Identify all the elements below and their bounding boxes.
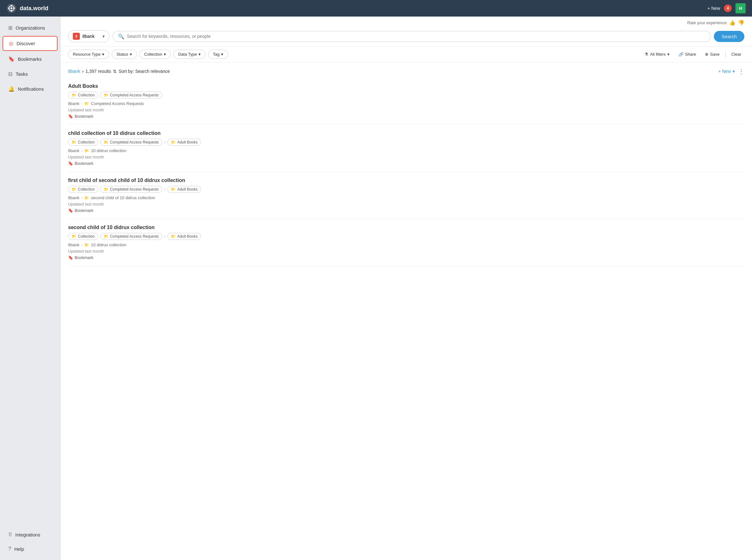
result-item: first child of second child of 10 didrux… bbox=[68, 172, 744, 219]
share-button[interactable]: 🔗 Share bbox=[675, 50, 699, 59]
breadcrumb-separator: › bbox=[82, 69, 84, 74]
sidebar-item-label: Tasks bbox=[16, 71, 28, 77]
meta-collection: second child of 10 didrux collection bbox=[91, 195, 155, 200]
sidebar-item-organizations[interactable]: ⊞ Organizations bbox=[3, 21, 58, 35]
meta-org: 8bank bbox=[68, 101, 79, 106]
sort-button[interactable]: ⇅ Sort by: Search relevance bbox=[113, 69, 170, 74]
meta-dot: · bbox=[81, 148, 82, 153]
result-meta: 8bank · 📁 second child of 10 didrux coll… bbox=[68, 195, 744, 200]
tag-label: Completed Access Requests bbox=[110, 234, 159, 239]
tag-adult-books: 📁 Adult Books bbox=[167, 233, 201, 240]
sidebar-item-integrations[interactable]: ⠿ Integrations bbox=[3, 528, 58, 542]
sidebar-item-discover[interactable]: ◎ Discover bbox=[3, 36, 58, 51]
results-list: Adult Books 📁 Collection 📁 Completed Acc… bbox=[60, 78, 752, 266]
folder-icon: 📁 bbox=[171, 187, 176, 192]
filter-status[interactable]: Status ▾ bbox=[111, 49, 137, 59]
bookmark-button[interactable]: 🔖 Bookmark bbox=[68, 114, 94, 119]
sidebar-item-label: Organizations bbox=[16, 25, 45, 31]
sort-icon: ⇅ bbox=[113, 69, 117, 74]
tag-collection: 📁 Collection bbox=[68, 92, 98, 99]
tag-collection: 📁 Collection bbox=[68, 186, 98, 193]
share-icon: 🔗 bbox=[678, 52, 684, 57]
search-area: 8 8bank ▾ 🔍 Search bbox=[60, 28, 752, 46]
all-filters-label: All filters bbox=[650, 52, 666, 57]
save-button[interactable]: ⊕ Save bbox=[702, 50, 723, 59]
folder-icon: 📁 bbox=[72, 93, 76, 97]
search-input[interactable] bbox=[127, 34, 705, 39]
sidebar-item-bookmarks[interactable]: 🔖 Bookmarks bbox=[3, 52, 58, 66]
more-options-button[interactable]: ⋮ bbox=[738, 67, 744, 75]
filter-status-chevron: ▾ bbox=[130, 52, 132, 57]
result-item: child collection of 10 didrux collection… bbox=[68, 125, 744, 172]
sidebar-item-tasks[interactable]: ⊟ Tasks bbox=[3, 67, 58, 81]
tag-completed-access: 📁 Completed Access Requests bbox=[100, 92, 162, 99]
filter-divider bbox=[725, 51, 726, 58]
folder-icon: 📁 bbox=[84, 196, 89, 200]
filter-resource-type-chevron: ▾ bbox=[102, 52, 104, 57]
all-filters-button[interactable]: ⚗ All filters ▾ bbox=[641, 50, 672, 59]
svg-point-6 bbox=[13, 8, 15, 9]
folder-icon: 📁 bbox=[84, 101, 89, 106]
org-breadcrumb-link[interactable]: 8bank bbox=[68, 69, 80, 74]
sidebar-item-help[interactable]: ? Help bbox=[3, 542, 58, 556]
result-title: Adult Books bbox=[68, 83, 744, 89]
filter-collection-label: Collection bbox=[144, 52, 162, 57]
folder-icon: 📁 bbox=[84, 243, 89, 247]
result-meta: 8bank · 📁 10 didrux collection bbox=[68, 242, 744, 247]
result-updated: Updated last month bbox=[68, 202, 744, 206]
filters-bar: Resource Type ▾ Status ▾ Collection ▾ Da… bbox=[60, 46, 752, 62]
tag-label: Adult Books bbox=[177, 140, 198, 144]
all-filters-chevron: ▾ bbox=[667, 52, 670, 57]
folder-icon: 📁 bbox=[72, 187, 76, 192]
folder-icon: 📁 bbox=[171, 140, 176, 144]
meta-collection: 10 didrux collection bbox=[91, 148, 126, 153]
sidebar-item-notifications[interactable]: 🔔 Notifications bbox=[3, 82, 58, 96]
tag-adult-books: 📁 Adult Books bbox=[167, 186, 201, 193]
bookmark-button[interactable]: 🔖 Bookmark bbox=[68, 161, 94, 166]
result-item: Adult Books 📁 Collection 📁 Completed Acc… bbox=[68, 78, 744, 125]
svg-point-2 bbox=[11, 7, 13, 9]
org-selector[interactable]: 8 8bank ▾ bbox=[68, 30, 109, 42]
filter-data-type[interactable]: Data Type ▾ bbox=[174, 49, 205, 59]
bookmark-button[interactable]: 🔖 Bookmark bbox=[68, 208, 94, 213]
tag-collection: 📁 Collection bbox=[68, 139, 98, 146]
thumbs-up-button[interactable]: 👍 bbox=[729, 20, 735, 26]
folder-icon: 📁 bbox=[104, 93, 108, 97]
result-updated: Updated last month bbox=[68, 155, 744, 159]
clear-button[interactable]: Clear bbox=[728, 50, 744, 59]
folder-icon: 📁 bbox=[171, 234, 176, 239]
sidebar: ⊞ Organizations ◎ Discover 🔖 Bookmarks ⊟… bbox=[0, 17, 60, 560]
filter-collection-chevron: ▾ bbox=[164, 52, 166, 57]
search-button[interactable]: Search bbox=[714, 31, 744, 42]
rate-label: Rate your experience bbox=[687, 20, 727, 25]
tag-label: Collection bbox=[78, 187, 95, 192]
main-content: Rate your experience 👍 👎 8 8bank ▾ 🔍 Sea… bbox=[60, 17, 752, 560]
organizations-icon: ⊞ bbox=[8, 25, 13, 31]
folder-icon: 📁 bbox=[84, 148, 89, 153]
filter-collection[interactable]: Collection ▾ bbox=[139, 49, 171, 59]
thumbs-down-button[interactable]: 👎 bbox=[738, 20, 744, 26]
user-avatar[interactable]: H bbox=[735, 3, 746, 13]
tag-adult-books: 📁 Adult Books bbox=[167, 139, 201, 146]
filter-resource-type[interactable]: Resource Type ▾ bbox=[68, 49, 109, 59]
filter-tag-chevron: ▾ bbox=[221, 52, 223, 57]
new-result-button[interactable]: + New ▾ bbox=[718, 69, 735, 74]
result-tags: 📁 Collection 📁 Completed Access Requests… bbox=[68, 186, 744, 193]
new-result-chevron: ▾ bbox=[733, 69, 735, 74]
filter-tag[interactable]: Tag ▾ bbox=[208, 49, 228, 59]
result-meta: 8bank · 📁 10 didrux collection bbox=[68, 148, 744, 153]
tag-label: Completed Access Requests bbox=[110, 187, 159, 192]
notification-badge[interactable]: 4 bbox=[724, 4, 732, 12]
bookmarks-icon: 🔖 bbox=[8, 56, 15, 62]
bookmark-button[interactable]: 🔖 Bookmark bbox=[68, 255, 94, 260]
share-label: Share bbox=[685, 52, 696, 57]
bookmark-label: Bookmark bbox=[75, 255, 94, 260]
logo-area: data.world bbox=[6, 3, 48, 13]
result-tags: 📁 Collection 📁 Completed Access Requests… bbox=[68, 233, 744, 240]
new-button[interactable]: + New bbox=[708, 6, 720, 11]
save-icon: ⊕ bbox=[705, 52, 708, 57]
tag-label: Adult Books bbox=[177, 234, 198, 239]
filter-funnel-icon: ⚗ bbox=[645, 52, 648, 57]
meta-dot: · bbox=[81, 101, 82, 106]
integrations-icon: ⠿ bbox=[8, 532, 12, 538]
